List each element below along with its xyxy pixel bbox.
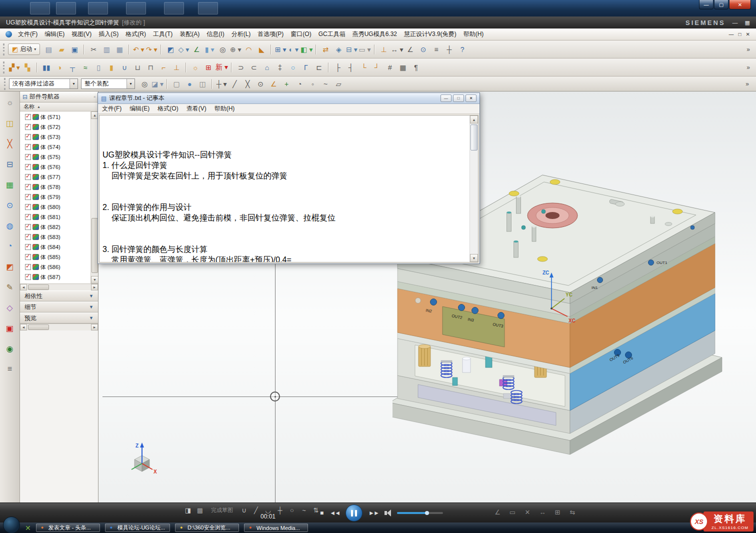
angle-tool-icon[interactable]: ∠ xyxy=(492,507,502,517)
open-icon[interactable]: ▰ xyxy=(56,44,68,56)
chamfer-icon[interactable]: ◣ xyxy=(256,44,268,56)
annotation-icon[interactable]: ¶ xyxy=(410,62,422,74)
new-part-icon[interactable]: ▤ xyxy=(42,44,54,56)
separator[interactable] xyxy=(166,79,168,89)
cut-icon[interactable]: ✂ xyxy=(88,44,100,56)
tree-item-body[interactable]: ✓ 体 (581) xyxy=(20,212,90,222)
visibility-checkbox[interactable]: ✓ xyxy=(25,144,31,150)
layer-settings-icon[interactable]: ≡ xyxy=(430,44,442,56)
tree-item-label[interactable]: 体 (574) xyxy=(40,144,60,151)
hole-icon[interactable]: ◎ xyxy=(216,44,228,56)
visibility-checkbox[interactable]: ✓ xyxy=(25,154,31,160)
constraint-navigator-icon[interactable]: ╳ xyxy=(4,138,16,150)
unite-icon[interactable]: ⊕ ▾ xyxy=(230,44,242,56)
navigator-section-bar[interactable]: 相依性 ▼ xyxy=(20,290,98,302)
tree-item-label[interactable]: 体 (583) xyxy=(40,234,60,241)
snap-toggle-icon[interactable]: ┼ xyxy=(444,44,456,56)
menu-item[interactable]: GC工具箱 xyxy=(315,28,349,40)
lifter-icon[interactable]: Γ xyxy=(300,62,312,74)
highlight-icon[interactable]: ◎ xyxy=(138,78,150,90)
visibility-checkbox[interactable]: ✓ xyxy=(25,244,31,250)
panel-icon[interactable]: ▯ xyxy=(92,62,104,74)
visibility-checkbox[interactable]: ✓ xyxy=(25,184,31,190)
pause-button[interactable] xyxy=(346,504,362,522)
point-on-curve-icon[interactable]: ~ xyxy=(320,78,332,90)
system-materials-icon[interactable]: ◇ xyxy=(4,302,16,314)
intersection-point-icon[interactable]: ∠ xyxy=(268,78,280,90)
profile-icon[interactable]: ∪ xyxy=(239,505,249,515)
circle-icon[interactable]: ○ xyxy=(287,505,297,515)
chevron-down-icon[interactable]: ▼ xyxy=(89,304,94,310)
notepad-scrollbar[interactable]: ▲ ▼ xyxy=(470,116,478,262)
taskbar-app-button[interactable]: ● 发表文章 - 头条... xyxy=(36,524,100,532)
screw-icon[interactable]: ‡ xyxy=(274,62,286,74)
paste-icon[interactable]: ▦ xyxy=(114,44,126,56)
spline-icon[interactable]: ~ xyxy=(299,505,309,515)
tree-item-body[interactable]: ✓ 体 (576) xyxy=(20,162,90,172)
navigator-horizontal-scrollbar[interactable]: ◄ ► xyxy=(20,324,98,330)
redo-icon[interactable]: ↷ ▾ xyxy=(146,44,158,56)
column-boss-icon[interactable]: ▮ xyxy=(106,62,118,74)
offset-icon[interactable]: ⇅ xyxy=(311,505,321,515)
separator[interactable] xyxy=(84,44,84,54)
visual-reports-icon[interactable]: ◉ xyxy=(4,342,16,354)
roles-icon[interactable]: ✎ xyxy=(4,281,16,293)
scrollbar-thumb[interactable] xyxy=(28,324,49,330)
history-icon[interactable]: ◔ xyxy=(4,240,16,252)
part-navigator-icon[interactable]: ⊟ xyxy=(4,158,16,170)
chevron-down-icon[interactable]: ▾ xyxy=(126,79,134,88)
menu-item[interactable]: 燕秀UG模具6.32 xyxy=(349,28,400,40)
toolbar-overflow-icon[interactable]: » xyxy=(746,64,754,71)
tree-item-label[interactable]: 体 (577) xyxy=(40,174,60,181)
sketch-checker-icon[interactable]: ▩ xyxy=(195,505,205,515)
menu-item[interactable]: 慧正设计V3.9(免费) xyxy=(400,28,460,40)
tree-item-label[interactable]: 体 (580) xyxy=(40,204,60,211)
child-close-icon[interactable]: ✕ xyxy=(746,32,750,37)
tree-item-label[interactable]: 体 (584) xyxy=(40,244,60,251)
menu-item[interactable]: 工具(T) xyxy=(150,28,176,40)
menu-item[interactable]: 视图(V) xyxy=(68,28,95,40)
control-point-icon[interactable]: ⊙ xyxy=(254,78,266,90)
visibility-checkbox[interactable]: ✓ xyxy=(25,234,31,240)
app-minimize-icon[interactable]: — xyxy=(732,20,738,26)
separator[interactable] xyxy=(186,62,186,72)
help-icon[interactable]: ? xyxy=(456,44,468,56)
end-point-icon[interactable]: ╱ xyxy=(228,78,240,90)
stop-button[interactable]: ■ xyxy=(320,510,324,516)
notepad-menu-item[interactable]: 查看(V) xyxy=(182,104,210,114)
pocket-icon[interactable]: ⊔ xyxy=(132,62,144,74)
slide-icon[interactable]: ⊏ xyxy=(313,62,325,74)
separator[interactable] xyxy=(270,44,272,54)
tree-item-body[interactable]: ✓ 体 (579) xyxy=(20,192,90,202)
separator[interactable] xyxy=(231,62,232,72)
notepad-menu-item[interactable]: 文件(F) xyxy=(98,104,126,114)
visibility-checkbox[interactable]: ✓ xyxy=(25,164,31,170)
notepad-close-button[interactable]: ✕ xyxy=(466,94,476,102)
quick-trim-icon[interactable]: ✕ xyxy=(522,507,532,517)
tree-item-body[interactable]: ✓ 体 (585) xyxy=(20,252,90,262)
tree-item-label[interactable]: 体 (573) xyxy=(40,134,60,141)
tree-item-label[interactable]: 体 (571) xyxy=(40,114,60,121)
slot-icon[interactable]: ∪ xyxy=(118,62,130,74)
mirror-curve-icon[interactable]: ⇆ xyxy=(568,507,578,517)
tree-item-label[interactable]: 体 (586) xyxy=(40,264,60,271)
window-icon[interactable]: ▭ ▾ xyxy=(358,44,370,56)
scroll-up-icon[interactable]: ▲ xyxy=(91,112,98,119)
scroll-left-icon[interactable]: ◄ xyxy=(20,324,27,330)
tree-item-body[interactable]: ✓ 体 (573) xyxy=(20,132,90,142)
notepad-menu-item[interactable]: 格式(O) xyxy=(154,104,182,114)
pattern-component-icon[interactable]: ⊟ ▾ xyxy=(346,44,358,56)
tree-item-label[interactable]: 体 (578) xyxy=(40,184,60,191)
measure-distance-icon[interactable]: ↔ ▾ xyxy=(391,44,404,56)
volume-thumb[interactable] xyxy=(425,511,429,515)
start-menu-button[interactable]: ◩ 启动 ▾ xyxy=(8,44,40,55)
ruler-right-icon[interactable]: ┤ xyxy=(345,62,357,74)
assembly-constraints-icon[interactable]: ◈ xyxy=(332,44,344,56)
selection-filter-dropdown[interactable]: 没有选择过滤器 ▾ xyxy=(9,78,78,89)
corner-bl-icon[interactable]: └ xyxy=(358,62,370,74)
table-icon[interactable]: ▦ xyxy=(397,62,409,74)
notepad-text-area[interactable]: UG塑胶模具设计零件知识--回针弹簧1. 什么是回针弹簧 回针弹簧是安装在回针上… xyxy=(100,116,470,262)
sketch-icon[interactable]: ∠ xyxy=(190,44,202,56)
boss-icon[interactable]: ⊓ xyxy=(144,62,156,74)
tree-item-label[interactable]: 体 (579) xyxy=(40,194,60,201)
